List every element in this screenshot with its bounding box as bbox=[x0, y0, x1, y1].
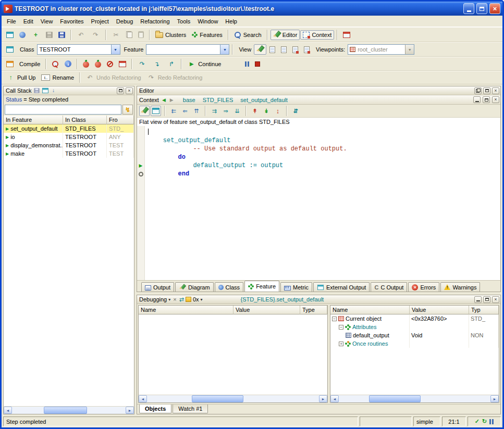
debugging-header[interactable]: Debugging ▾ × ⇄ 0x ▾ {STD_FILES}.set_out… bbox=[137, 295, 500, 304]
step-out-button[interactable]: ↱ bbox=[164, 58, 178, 70]
breadcrumb-feature[interactable]: set_output_default bbox=[240, 97, 288, 103]
column-name[interactable]: Name bbox=[330, 306, 410, 314]
menu-view[interactable]: View bbox=[37, 16, 57, 27]
editor-close-button[interactable]: × bbox=[492, 87, 499, 94]
stop-button[interactable] bbox=[252, 60, 263, 68]
scroll-thumb[interactable] bbox=[369, 395, 421, 402]
hex-format-button[interactable]: 0x bbox=[193, 296, 199, 302]
column-type[interactable]: Typ bbox=[469, 306, 499, 314]
tab-errors[interactable]: ×Errors bbox=[408, 282, 439, 292]
view-flat-button[interactable] bbox=[278, 45, 289, 55]
stack-elements-icon[interactable] bbox=[42, 88, 48, 93]
call-stack-maximize-button[interactable] bbox=[117, 87, 124, 94]
column-in-feature[interactable]: In Feature bbox=[4, 116, 63, 124]
close-button[interactable]: × bbox=[489, 3, 500, 14]
context-close-button[interactable]: × bbox=[492, 96, 499, 103]
add-button[interactable]: + bbox=[29, 29, 43, 41]
stack-depth-input[interactable] bbox=[5, 105, 121, 115]
history-back-button[interactable]: ◀ bbox=[161, 97, 167, 103]
view-interface-button[interactable] bbox=[301, 45, 312, 55]
assigners-button[interactable]: ⇐ bbox=[180, 106, 190, 116]
feature-combo[interactable]: ▼ bbox=[146, 44, 229, 55]
paste-button[interactable] bbox=[136, 30, 146, 40]
menu-file[interactable]: File bbox=[3, 16, 20, 27]
menu-project[interactable]: Project bbox=[88, 16, 113, 27]
features-button[interactable]: Features bbox=[189, 30, 225, 40]
disable-breakpoints-button[interactable] bbox=[104, 59, 116, 69]
breadcrumb-library[interactable]: base bbox=[183, 97, 195, 103]
scroll-right-button[interactable]: ► bbox=[490, 395, 499, 402]
feature-combo-dropdown[interactable]: ▼ bbox=[220, 45, 229, 54]
menu-refactoring[interactable]: Refactoring bbox=[137, 16, 173, 27]
scroll-track[interactable] bbox=[12, 407, 126, 414]
context-maximize-button[interactable] bbox=[483, 96, 490, 103]
column-type[interactable]: Type bbox=[300, 306, 327, 314]
save-stack-icon[interactable] bbox=[34, 88, 39, 93]
debug-close-button[interactable]: × bbox=[492, 296, 499, 303]
tab-output[interactable]: Output bbox=[141, 282, 174, 292]
context-toggle-button[interactable]: Context bbox=[300, 30, 334, 40]
pull-up-button[interactable]: ↑ Pull Up bbox=[4, 72, 38, 83]
ancestors-button[interactable]: ↟ bbox=[250, 106, 260, 116]
pause-button[interactable] bbox=[242, 60, 252, 68]
compile-button[interactable]: Compile bbox=[17, 59, 43, 69]
call-stack-row[interactable]: ▶make TESTROOT TEST bbox=[4, 149, 134, 158]
tree-collapse-icon[interactable]: − bbox=[339, 325, 343, 330]
menu-tools[interactable]: Tools bbox=[174, 16, 194, 27]
editor-gutter[interactable]: ▶ bbox=[137, 126, 145, 280]
creators-button[interactable]: ⇈ bbox=[191, 106, 202, 116]
scroll-left-button[interactable]: ◄ bbox=[139, 395, 147, 402]
debug-maximize-button[interactable] bbox=[483, 296, 490, 303]
viewpoints-combo[interactable]: root_cluster ▼ bbox=[348, 44, 414, 55]
open-in-new-editor-button[interactable] bbox=[151, 106, 161, 116]
breakpoint-slot-icon[interactable] bbox=[139, 172, 143, 176]
editor-toggle-button[interactable]: Editor bbox=[271, 30, 300, 40]
refresh-icon[interactable]: ↻ bbox=[482, 418, 487, 425]
cut-button[interactable]: ✂ bbox=[109, 29, 123, 41]
continue-button[interactable]: ▶ Continue bbox=[185, 58, 224, 70]
scroll-right-button[interactable]: ► bbox=[319, 395, 327, 402]
error-info-button[interactable] bbox=[49, 59, 62, 69]
minimize-button[interactable] bbox=[463, 3, 474, 14]
homonyms-button[interactable]: ↨ bbox=[273, 106, 283, 116]
maximize-button[interactable] bbox=[476, 3, 487, 14]
call-stack-row[interactable]: ▶display_demonstrat... TESTROOT TEST bbox=[4, 141, 134, 149]
context-minimize-button[interactable] bbox=[473, 96, 481, 103]
stack-depth-icon[interactable]: ↓ bbox=[51, 86, 57, 95]
call-stack-hscrollbar[interactable]: ◄ ► bbox=[4, 406, 134, 414]
melt-button[interactable] bbox=[4, 59, 16, 69]
menu-favorites[interactable]: Favorites bbox=[56, 16, 87, 27]
descendants-button[interactable]: ↡ bbox=[261, 106, 272, 116]
watch-empty-area[interactable] bbox=[139, 314, 327, 395]
step-into-button[interactable]: ↴ bbox=[150, 58, 164, 70]
debug-minimize-button[interactable] bbox=[474, 296, 482, 303]
objects-hscrollbar[interactable]: ◄ ► bbox=[330, 395, 499, 402]
debug-options-button[interactable] bbox=[116, 59, 129, 69]
object-tree-row[interactable]: + Once routines bbox=[330, 339, 499, 348]
call-stack-header[interactable]: Call Stack ↓ × bbox=[4, 86, 134, 95]
tab-warnings[interactable]: Warnings bbox=[440, 282, 480, 292]
class-combo[interactable]: TESTROOT ▼ bbox=[37, 44, 120, 55]
code-lines[interactable]: set_output_default -- Use standard outpu… bbox=[145, 126, 500, 280]
creations-button[interactable]: ⇊ bbox=[232, 106, 242, 116]
scroll-thumb[interactable] bbox=[192, 395, 243, 402]
rename-button[interactable]: I.. Rename bbox=[39, 73, 77, 82]
call-stack-row[interactable]: ▶io TESTROOT ANY bbox=[4, 133, 134, 141]
call-stack-close-button[interactable]: × bbox=[126, 87, 133, 94]
callees-button[interactable]: ⇉ bbox=[209, 106, 219, 116]
code-editor[interactable]: ▶ set_output_default -- Use standard out… bbox=[137, 126, 500, 280]
title-bar[interactable]: TESTROOT in cluster root_cluster located… bbox=[2, 2, 502, 16]
clusters-button[interactable]: Clusters bbox=[153, 30, 189, 40]
viewpoints-dropdown[interactable]: ▼ bbox=[405, 45, 414, 54]
tree-expand-icon[interactable]: + bbox=[339, 342, 343, 346]
debugging-menu-icon[interactable]: ▾ bbox=[168, 297, 170, 302]
exchange-icon[interactable]: ⇄ bbox=[179, 296, 184, 303]
run-ignore-breakpoints-button[interactable] bbox=[92, 59, 104, 69]
undo-button[interactable]: ↶ bbox=[74, 29, 88, 41]
object-tree-row[interactable]: − Current object <0x32A8760> STD_ bbox=[330, 314, 499, 323]
column-value[interactable]: Value bbox=[410, 306, 469, 314]
scroll-left-button[interactable]: ◄ bbox=[4, 407, 12, 414]
menu-help[interactable]: Help bbox=[222, 16, 241, 27]
open-button[interactable] bbox=[17, 30, 28, 40]
scroll-thumb[interactable] bbox=[44, 407, 87, 414]
